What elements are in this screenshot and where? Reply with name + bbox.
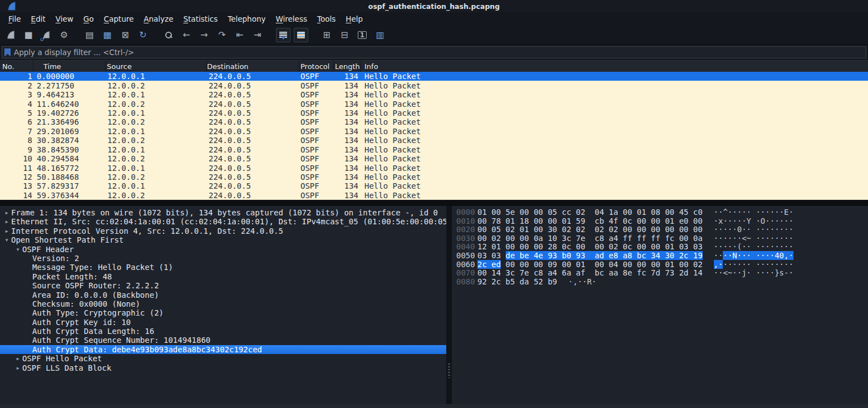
- column-header-destination[interactable]: Destination: [207, 61, 299, 72]
- detail-row[interactable]: Auth Crypt Data Length: 16: [0, 327, 446, 336]
- menu-item[interactable]: Analyze: [139, 13, 178, 24]
- go-forward-icon[interactable]: →: [197, 28, 211, 42]
- restart-capture-icon[interactable]: ↺: [39, 28, 53, 42]
- packet-row[interactable]: 14 59.376344 12.0.0.2 224.0.0.5 OSPF 134…: [0, 191, 868, 200]
- bottom-scrollbar[interactable]: [0, 404, 868, 408]
- save-file-icon[interactable]: ▦: [100, 28, 115, 42]
- menu-item[interactable]: Statistics: [178, 13, 223, 24]
- ascii-bytes[interactable]: ·····0·· ········: [714, 225, 793, 234]
- detail-row[interactable]: Area ID: 0.0.0.0 (Backbone): [0, 291, 446, 299]
- column-header-no[interactable]: No.: [0, 61, 33, 72]
- menu-item[interactable]: Help: [341, 13, 368, 24]
- menu-item[interactable]: Go: [78, 13, 99, 24]
- packet-row[interactable]: 10 40.294584 12.0.0.2 224.0.0.5 OSPF 134…: [0, 154, 868, 163]
- detail-row[interactable]: ▸OSPF Hello Packet: [0, 354, 446, 363]
- find-packet-icon[interactable]: [161, 28, 176, 42]
- hex-row[interactable]: 0050 03 03 de be 4e 93 b0 93 ad e8 a8 bc…: [456, 252, 868, 260]
- packet-row[interactable]: 1 0.000000 12.0.0.1 224.0.0.5 OSPF 134 H…: [0, 72, 868, 81]
- detail-row[interactable]: ▾OSPF Header: [0, 245, 446, 254]
- column-header-source[interactable]: Source: [106, 61, 207, 72]
- ascii-bytes[interactable]: ··<~··j· ····}s-·: [714, 269, 793, 278]
- hex-bytes[interactable]: 00 14 3c 7e c8 a4 6a af bc aa 8e fc 7d 7…: [477, 269, 703, 278]
- menu-item[interactable]: Tools: [312, 13, 341, 24]
- zoom-100-icon[interactable]: 1: [355, 28, 369, 42]
- detail-row[interactable]: Source OSPF Router: 2.2.2.2: [0, 281, 446, 290]
- hex-bytes[interactable]: 12 01 00 00 00 28 0c 00 00 02 0c 00 00 0…: [477, 243, 703, 252]
- packet-row[interactable]: 5 19.402726 12.0.0.1 224.0.0.5 OSPF 134 …: [0, 109, 868, 117]
- hex-bytes[interactable]: 03 03 de be 4e 93 b0 93 ad e8 a8 bc 34 3…: [477, 252, 703, 260]
- expand-arrow-icon[interactable]: ▸: [13, 354, 22, 363]
- packet-row[interactable]: 13 57.829317 12.0.0.1 224.0.0.5 OSPF 134…: [0, 181, 868, 190]
- ascii-bytes[interactable]: ····N··· ····40,·: [714, 252, 793, 260]
- packet-row[interactable]: 2 2.271750 12.0.0.2 224.0.0.5 OSPF 134 H…: [0, 81, 868, 90]
- hex-bytes[interactable]: 2c ed 00 00 00 09 00 01 00 04 00 00 00 0…: [477, 260, 703, 269]
- display-filter-box[interactable]: [2, 46, 866, 58]
- auto-scroll-icon[interactable]: [276, 28, 290, 42]
- hex-row[interactable]: 0080 92 2c b5 da 52 b9 ·,··R·: [456, 278, 868, 287]
- display-filter-input[interactable]: [14, 48, 866, 57]
- column-header-protocol[interactable]: Protocol: [299, 61, 334, 72]
- packet-row[interactable]: 6 21.336496 12.0.0.2 224.0.0.5 OSPF 134 …: [0, 117, 868, 126]
- go-last-packet-icon[interactable]: ⇥: [250, 28, 265, 42]
- detail-row[interactable]: Auth Type: Cryptographic (2): [0, 308, 446, 317]
- ascii-bytes[interactable]: ,······· ········: [714, 260, 793, 269]
- expand-arrow-icon[interactable]: ▸: [2, 208, 11, 217]
- reload-file-icon[interactable]: ↻: [136, 28, 150, 42]
- detail-row[interactable]: Version: 2: [0, 254, 446, 263]
- collapse-arrow-icon[interactable]: ▾: [2, 235, 11, 244]
- stop-capture-icon[interactable]: ■: [21, 28, 36, 42]
- menu-item[interactable]: Telephony: [223, 13, 270, 24]
- column-header-length[interactable]: Length: [334, 61, 361, 72]
- hex-row[interactable]: 0060 2c ed 00 00 00 09 00 01 00 04 00 00…: [456, 260, 868, 269]
- go-first-packet-icon[interactable]: ⇤: [233, 28, 247, 42]
- hex-bytes[interactable]: 00 05 02 01 00 30 02 02 02 02 00 00 00 0…: [477, 225, 703, 234]
- menu-item[interactable]: Capture: [99, 13, 139, 24]
- detail-row[interactable]: ▸Internet Protocol Version 4, Src: 12.0.…: [0, 227, 446, 235]
- hex-row[interactable]: 0000 01 00 5e 00 00 05 cc 02 04 1a 00 01…: [456, 208, 868, 217]
- packet-row[interactable]: 7 29.201069 12.0.0.1 224.0.0.5 OSPF 134 …: [0, 127, 868, 136]
- detail-row[interactable]: ▸Ethernet II, Src: cc:02:04:1a:00:01 (cc…: [0, 217, 446, 226]
- vertical-splitter[interactable]: [446, 206, 452, 408]
- detail-row[interactable]: Message Type: Hello Packet (1): [0, 263, 446, 272]
- hex-bytes[interactable]: 92 2c b5 da 52 b9: [477, 278, 557, 287]
- hex-row[interactable]: 0040 12 01 00 00 00 28 0c 00 00 02 0c 00…: [456, 243, 868, 252]
- hex-bytes[interactable]: 00 02 00 00 0a 10 3c 7e c8 a4 ff ff ff f…: [477, 234, 703, 243]
- capture-options-icon[interactable]: ⚙: [57, 28, 71, 42]
- column-header-info[interactable]: Info: [361, 61, 868, 72]
- detail-row[interactable]: ▾Open Shortest Path First: [0, 235, 446, 244]
- open-file-icon[interactable]: ▤: [82, 28, 97, 42]
- zoom-in-icon[interactable]: ⊞: [319, 28, 334, 42]
- packet-row[interactable]: 3 9.464213 12.0.0.1 224.0.0.5 OSPF 134 H…: [0, 90, 868, 99]
- ascii-bytes[interactable]: ·x·····Y ·O······: [714, 217, 793, 226]
- detail-row[interactable]: ▸OSPF LLS Data Block: [0, 363, 446, 372]
- hex-row[interactable]: 0020 00 05 02 01 00 30 02 02 02 02 00 00…: [456, 225, 868, 234]
- menu-item[interactable]: Edit: [26, 13, 51, 24]
- detail-row[interactable]: Packet Length: 48: [0, 272, 446, 281]
- hex-row[interactable]: 0010 00 78 01 18 00 00 01 59 cb 4f 0c 00…: [456, 217, 868, 226]
- ascii-bytes[interactable]: ·,··R·: [568, 278, 596, 287]
- packet-row[interactable]: 9 38.845390 12.0.0.1 224.0.0.5 OSPF 134 …: [0, 145, 868, 154]
- packet-row[interactable]: 8 30.382874 12.0.0.2 224.0.0.5 OSPF 134 …: [0, 136, 868, 145]
- hex-bytes[interactable]: 01 00 5e 00 00 05 cc 02 04 1a 00 01 08 0…: [477, 208, 703, 217]
- menu-item[interactable]: File: [3, 13, 26, 24]
- packet-row[interactable]: 11 48.165772 12.0.0.1 224.0.0.5 OSPF 134…: [0, 163, 868, 172]
- hex-row[interactable]: 0030 00 02 00 00 0a 10 3c 7e c8 a4 ff ff…: [456, 234, 868, 243]
- detail-row[interactable]: Auth Crypt Key id: 10: [0, 318, 446, 327]
- detail-row[interactable]: Checksum: 0x0000 (None): [0, 299, 446, 308]
- go-to-packet-icon[interactable]: ↷: [215, 28, 229, 42]
- menu-item[interactable]: View: [51, 13, 78, 24]
- packet-row[interactable]: 12 50.188468 12.0.0.2 224.0.0.5 OSPF 134…: [0, 173, 868, 181]
- close-file-icon[interactable]: ⊠: [118, 28, 132, 42]
- expand-arrow-icon[interactable]: ▸: [2, 217, 11, 226]
- detail-row[interactable]: Auth Crypt Sequence Number: 1014941860: [0, 336, 446, 345]
- detail-row-selected[interactable]: Auth Crypt Data: debe4e93b093ade8a8bc343…: [0, 345, 446, 354]
- hex-row[interactable]: 0070 00 14 3c 7e c8 a4 6a af bc aa 8e fc…: [456, 269, 868, 278]
- go-back-icon[interactable]: ←: [179, 28, 194, 42]
- ascii-bytes[interactable]: ·····(·· ········: [714, 243, 793, 252]
- colorize-icon[interactable]: [294, 28, 308, 42]
- start-capture-icon[interactable]: [3, 28, 18, 42]
- column-header-time[interactable]: Time: [33, 61, 106, 72]
- menu-item[interactable]: Wireless: [270, 13, 312, 24]
- collapse-arrow-icon[interactable]: ▾: [13, 245, 22, 254]
- hex-bytes[interactable]: 00 78 01 18 00 00 01 59 cb 4f 0c 00 00 0…: [477, 217, 703, 226]
